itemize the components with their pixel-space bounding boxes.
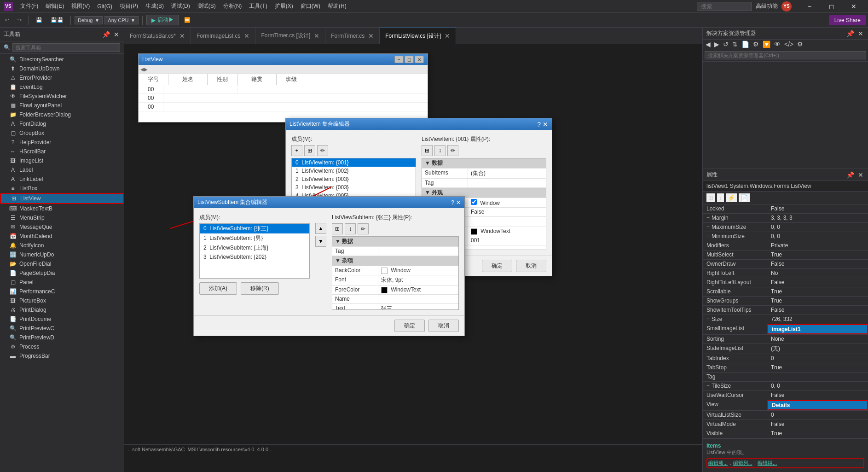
toolbox-item-imagelist[interactable]: 🖼 ImageList — [0, 156, 124, 165]
toolbox-item-linklabel[interactable]: A LinkLabel — [0, 175, 124, 184]
toolbox-item-hscrollbar[interactable]: ↔ HScrollBar — [0, 147, 124, 156]
toolbox-item-listview[interactable]: ⊞ ListView — [0, 193, 124, 204]
toolbox-item-notifyicon[interactable]: 🔔 NotifyIcon — [0, 241, 124, 250]
save-all-button[interactable]: 💾💾 — [47, 16, 67, 24]
prop-row-sorting[interactable]: Sorting None — [703, 335, 868, 344]
tab-formlistview-design[interactable]: FormListView.cs [设计] ✕ — [380, 28, 456, 44]
toolbox-item-fontdialog[interactable]: A FontDialog — [0, 119, 124, 128]
add-item-btn[interactable]: + — [291, 145, 302, 156]
solution-search-input[interactable] — [705, 51, 866, 59]
prop-row-maximumsize[interactable]: +MaximumSize 0, 0 — [703, 223, 868, 232]
platform-dropdown[interactable]: Any CPU ▼ — [104, 16, 139, 24]
toolbox-item-panel[interactable]: ▢ Panel — [0, 278, 124, 287]
menu-item-extensions[interactable]: 扩展(X) — [271, 0, 297, 12]
subitem-item-3[interactable]: 3 ListViewSubItem: {202} — [200, 253, 309, 261]
toolbox-item-label[interactable]: A Label — [0, 165, 124, 175]
subitem-row-font[interactable]: Font 宋体, 9pt — [332, 275, 458, 286]
prop-row-showitemtooltips[interactable]: ShowItemToolTips False — [703, 306, 868, 315]
menu-item-edit[interactable]: 编辑(E) — [42, 0, 68, 12]
subitem-row-name[interactable]: Name — [332, 295, 458, 304]
listview-item-1[interactable]: 1 ListViewItem: {002} — [292, 167, 416, 175]
toolbox-item-progressbar[interactable]: ▬ ProgressBar — [0, 351, 124, 361]
menu-item-help[interactable]: 帮助(H) — [324, 0, 350, 12]
subitem-row-backcolor[interactable]: BackColor Window — [332, 266, 458, 275]
sol-settings-btn[interactable]: ⚙ — [796, 41, 804, 48]
close-panel-button[interactable]: ✕ — [113, 31, 120, 38]
tab-formtimer[interactable]: FormTimer.cs ✕ — [325, 28, 380, 44]
props-pin-btn[interactable]: 📌 — [845, 171, 855, 179]
toolbox-item-menustrip[interactable]: ☰ MenuStrip — [0, 213, 124, 222]
toolbox-item-monthcalendar[interactable]: 📅 MonthCalend — [0, 232, 124, 241]
tab-formstatusbar[interactable]: FormStatusBar.cs* ✕ — [124, 28, 191, 44]
debug-mode-dropdown[interactable]: Debug ▼ — [75, 16, 103, 24]
step-into-button[interactable]: ⏩ — [181, 16, 194, 24]
prop-row-righttoleft[interactable]: RightToLeft No — [703, 269, 868, 278]
toolbox-item-printdialog[interactable]: 🖨 PrintDialog — [0, 305, 124, 315]
subitem-help-btn[interactable]: ? — [451, 199, 454, 206]
props-alpha-btn[interactable]: ↕ — [717, 193, 724, 202]
props-cat-btn[interactable]: ⊞ — [706, 193, 715, 202]
toolbox-item-groupbox[interactable]: ▢ GroupBox — [0, 128, 124, 138]
toolbox-item-messagequeue[interactable]: ✉ MessageQue — [0, 222, 124, 232]
pin-button[interactable]: 📌 — [101, 31, 111, 38]
tab-close-0[interactable]: ✕ — [179, 32, 185, 40]
subitem-close-btn[interactable]: ✕ — [456, 199, 461, 206]
props-close-btn[interactable]: ✕ — [857, 171, 864, 179]
props-prop-pages-btn[interactable]: 📄 — [739, 193, 750, 202]
toolbox-item-directorysearcher[interactable]: 🔍 DirectorySearcher — [0, 55, 124, 64]
tab-close-1[interactable]: ✕ — [244, 32, 249, 40]
toolbox-item-filesystemwatcher[interactable]: 👁 FileSystemWatcher — [0, 92, 124, 101]
confirm-button[interactable]: 确定 — [482, 260, 512, 272]
menu-item-project[interactable]: 项目(P) — [116, 0, 142, 12]
props-events-btn[interactable]: ⚡ — [726, 193, 737, 202]
subitem-row-forecolor[interactable]: ForeColor WindowText — [332, 286, 458, 295]
subitem-confirm-btn[interactable]: 确定 — [394, 320, 425, 332]
listview-item-2[interactable]: 2 ListViewItem: {003} — [292, 175, 416, 183]
undo-button[interactable]: ↩ — [2, 16, 12, 24]
tab-formimagelist[interactable]: FormImageList.cs ✕ — [191, 28, 255, 44]
sol-code-btn[interactable]: </> — [783, 41, 794, 48]
dialog-close-btn[interactable]: ✕ — [543, 121, 548, 128]
remove-subitem-btn[interactable]: 移除(R) — [241, 282, 279, 295]
prop-row-stateimagelist[interactable]: StateImageList (无) — [703, 344, 868, 354]
sol-sync-btn[interactable]: ⇅ — [731, 41, 739, 48]
prop-row-ownerdraw[interactable]: OwnerDraw False — [703, 260, 868, 269]
subitem-item-2[interactable]: 2 ListViewSubItem: {上海} — [200, 243, 309, 253]
dialog-help-btn[interactable]: ? — [537, 121, 541, 128]
prop-row-margin[interactable]: +Margin 3, 3, 3, 3 — [703, 214, 868, 223]
prop-row-size[interactable]: +Size 726, 332 — [703, 315, 868, 324]
toolbox-item-printpreviewcontrol[interactable]: 🔍 PrintPreviewC — [0, 324, 124, 333]
minimize-button[interactable]: − — [799, 0, 820, 13]
toolbox-item-helpprovider[interactable]: ? HelpProvider — [0, 138, 124, 147]
solution-close-btn[interactable]: ✕ — [857, 30, 864, 37]
cancel-button[interactable]: 取消 — [516, 260, 546, 272]
toolbox-item-listbox[interactable]: ≡ ListBox — [0, 184, 124, 193]
menu-item-file[interactable]: 文件(F) — [17, 0, 42, 12]
subitem-item-1[interactable]: 1 ListViewSubItem: {男} — [200, 233, 309, 243]
subitem-cancel-btn[interactable]: 取消 — [428, 320, 459, 332]
sol-back-btn[interactable]: ◀ — [705, 41, 712, 48]
subitem-row-tag[interactable]: Tag — [332, 247, 458, 256]
listview-item-0[interactable]: 0 ListViewItem: {001} — [292, 158, 416, 167]
menu-item-view[interactable]: 视图(V) — [68, 0, 93, 12]
live-share-button[interactable]: Live Share — [829, 15, 866, 25]
alpha-view-btn[interactable]: ↕ — [434, 145, 446, 156]
props-btn[interactable]: ✏ — [447, 145, 458, 156]
subitem-move-down-btn[interactable]: ▼ — [315, 236, 326, 247]
cat-view-btn[interactable]: ⊞ — [422, 145, 433, 156]
prop-row-modifiers[interactable]: Modifiers Private — [703, 241, 868, 251]
prop-row-view[interactable]: View Details — [703, 400, 868, 411]
sol-new-solution-btn[interactable]: 📄 — [741, 41, 750, 48]
props-row-tag[interactable]: Tag — [422, 179, 546, 188]
menu-item-debug[interactable]: 调试(D) — [168, 0, 194, 12]
prop-row-tabstop[interactable]: TabStop True — [703, 363, 868, 373]
toolbox-item-errorprovider[interactable]: ⚠ ErrorProvider — [0, 73, 124, 82]
redo-button[interactable]: ↪ — [14, 16, 25, 24]
props-view-btn[interactable]: ⊞ — [304, 145, 315, 156]
prop-row-virtuallistsize[interactable]: VirtualListSize 0 — [703, 411, 868, 420]
subitem-members-list[interactable]: 0 ListViewSubItem: {张三} 1 ListViewSubIte… — [199, 223, 310, 279]
toolbox-item-process[interactable]: ⚙ Process — [0, 342, 124, 351]
prop-row-locked[interactable]: Locked False — [703, 204, 868, 214]
restore-button[interactable]: ◻ — [821, 0, 842, 13]
prop-row-tilesize[interactable]: +TileSize 0, 0 — [703, 382, 868, 391]
